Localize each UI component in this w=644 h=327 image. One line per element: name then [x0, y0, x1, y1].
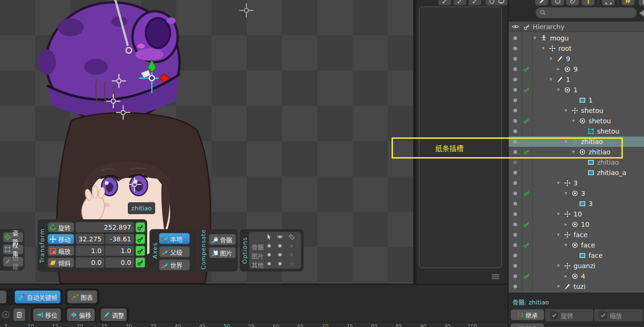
hierarchy-row-shetou[interactable]: shetou	[509, 126, 644, 136]
offset-tool-button[interactable]: 偏移	[67, 308, 95, 321]
option-dot[interactable]	[267, 253, 271, 256]
expand-arrow[interactable]: ▾	[550, 56, 552, 62]
rotate-value[interactable]: 252.897	[76, 222, 134, 232]
expand-arrow[interactable]: ▾	[542, 45, 545, 52]
hierarchy-row-guanzi[interactable]: ▾guanzi	[509, 261, 644, 271]
compensate-bones-button[interactable]: 骨骼	[209, 234, 236, 245]
shear-key-button[interactable]	[135, 257, 145, 268]
monitor-button[interactable]	[495, 0, 508, 6]
visibility-dot[interactable]	[513, 171, 517, 175]
rotate-key-button[interactable]	[135, 222, 145, 232]
visibility-dot[interactable]	[513, 67, 517, 71]
visibility-dot[interactable]	[513, 109, 517, 112]
hierarchy-search[interactable]	[535, 7, 637, 18]
panel-grip[interactable]	[492, 273, 499, 280]
hierarchy-row-face[interactable]: ▾face	[509, 240, 644, 250]
option-dot[interactable]	[267, 262, 271, 265]
hierarchy-row-zhitiao_a[interactable]: zhitiao_a	[509, 167, 644, 178]
expand-arrow[interactable]: ▾	[534, 35, 536, 41]
adjust-tool-button[interactable]: 调整	[101, 308, 127, 321]
scale-x-value[interactable]: 1.0	[76, 246, 104, 256]
expand-arrow[interactable]: ▾	[550, 76, 552, 83]
key-icon[interactable]	[524, 273, 530, 279]
scale-y-value[interactable]: 1.0	[105, 246, 134, 256]
expand-arrow[interactable]: ▸	[565, 273, 567, 279]
expand-arrow[interactable]: ▾	[565, 242, 567, 248]
hierarchy-row-shetou[interactable]: ▾shetou	[509, 105, 644, 116]
option-dot[interactable]	[278, 262, 282, 265]
search-input[interactable]	[549, 9, 628, 17]
key-filter-button[interactable]	[581, 0, 595, 6]
partial-button[interactable]	[0, 290, 7, 303]
expand-arrow[interactable]: ▾	[557, 231, 560, 238]
hierarchy-row-3[interactable]: 3	[509, 199, 644, 209]
expand-arrow[interactable]: ▾	[565, 190, 567, 197]
option-dot[interactable]	[290, 253, 293, 256]
hierarchy-row-3[interactable]: ▾3	[509, 188, 644, 199]
hierarchy-row-9[interactable]: ▸9	[509, 64, 644, 74]
expand-arrow[interactable]: ▾	[557, 87, 560, 93]
expand-arrow[interactable]: ▸	[565, 221, 567, 228]
visibility-dot[interactable]	[513, 160, 517, 164]
hierarchy-row-4[interactable]: ▸4	[509, 271, 644, 281]
visibility-dot[interactable]	[513, 78, 517, 81]
expand-arrow[interactable]: ▾	[557, 211, 560, 217]
axes-world-button[interactable]: 世界	[159, 259, 190, 271]
expand-arrow[interactable]: ▾	[557, 263, 560, 269]
hierarchy-row-shetou[interactable]: ▾shetou	[509, 116, 644, 126]
hierarchy-row-1[interactable]: ▾1	[509, 74, 644, 85]
compensate-images-button[interactable]: 图片	[209, 247, 236, 258]
visibility-dot[interactable]	[513, 191, 517, 195]
visibility-dot[interactable]	[513, 57, 517, 61]
key-icon[interactable]	[524, 190, 530, 196]
rotate-button[interactable]: 旋转	[47, 222, 74, 232]
expand-arrow[interactable]: ▸	[557, 66, 560, 72]
curve-handle-button-3[interactable]	[468, 0, 481, 6]
create-button[interactable]: 创建	[3, 256, 24, 267]
expand-arrow[interactable]: ▾	[557, 180, 560, 186]
visibility-dot[interactable]	[513, 47, 517, 50]
translate-button[interactable]: 移动	[47, 234, 74, 244]
clear-icon[interactable]	[2, 311, 10, 319]
clipboard-toolbar-button[interactable]	[638, 0, 644, 6]
autokey-button[interactable]: 自动关键帧	[15, 290, 61, 303]
visibility-dot[interactable]	[513, 243, 517, 247]
visibility-dot[interactable]	[513, 36, 517, 40]
draw-order-button[interactable]	[535, 0, 548, 6]
visibility-dot[interactable]	[513, 254, 517, 257]
translate-y-value[interactable]: -38.61	[105, 234, 134, 244]
visibility-dot[interactable]	[513, 264, 517, 268]
collapse-panel-arrow[interactable]	[639, 9, 644, 17]
scale-button[interactable]: 缩放	[47, 246, 74, 256]
rotation-checkbox[interactable]	[550, 311, 558, 319]
visibility-dot[interactable]	[513, 88, 517, 92]
visibility-dot[interactable]	[513, 274, 517, 278]
visibility-dot[interactable]	[513, 181, 517, 185]
key-icon[interactable]	[524, 118, 530, 124]
axes-local-button[interactable]: 本地	[159, 233, 190, 244]
hierarchy-row-zhitiao[interactable]: zhitiao	[509, 157, 644, 167]
visibility-dot[interactable]	[513, 98, 517, 102]
scale-key-button[interactable]	[135, 246, 145, 256]
expand-arrow[interactable]: ▾	[557, 283, 560, 290]
axes-parent-button[interactable]: 父级	[159, 246, 190, 257]
option-dot[interactable]	[290, 262, 293, 265]
shear-button[interactable]: 倾斜	[47, 257, 74, 268]
hierarchy-row-3[interactable]: ▾3	[509, 178, 644, 188]
expand-arrow[interactable]: ▾	[572, 118, 575, 124]
shift-tool-button[interactable]: 移位	[33, 308, 61, 321]
translate-key-button[interactable]	[135, 234, 145, 244]
option-dot[interactable]	[267, 244, 271, 247]
hierarchy-row-tuzi[interactable]: ▾tuzi	[509, 281, 644, 292]
timeline-ruler[interactable]: 5101520253035404550556065707580859095100	[0, 322, 508, 327]
hierarchy-row-10[interactable]: ▸10	[509, 219, 644, 230]
curve-handle-button-1[interactable]	[438, 0, 451, 6]
expand-arrow[interactable]: ▾	[565, 107, 567, 114]
hierarchy-row-face[interactable]: ▾face	[509, 230, 644, 240]
visibility-dot[interactable]	[513, 233, 517, 237]
hierarchy-row-1[interactable]: ▾1	[509, 85, 644, 95]
hierarchy-row-1[interactable]: 1	[509, 95, 644, 105]
fast-forward-button[interactable]	[621, 0, 635, 6]
key-icon[interactable]	[524, 242, 530, 248]
inherit-button[interactable]: 继承	[510, 309, 544, 320]
